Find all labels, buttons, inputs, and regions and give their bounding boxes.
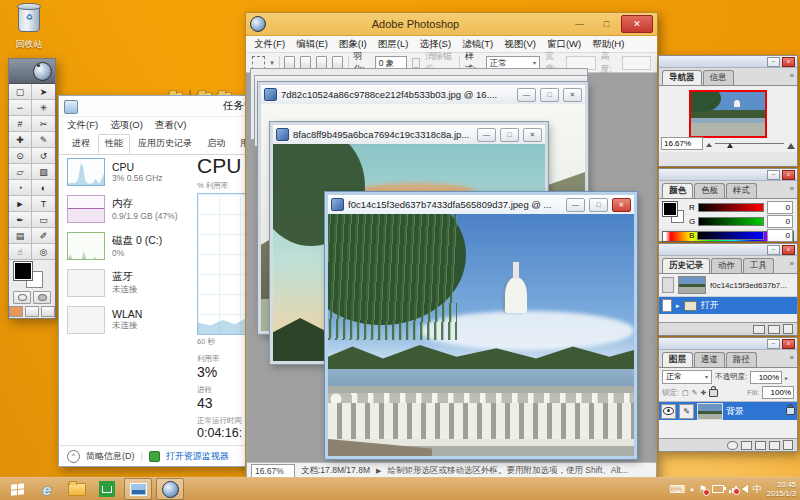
layer-row-background[interactable]: ✎ 背景 [659, 402, 797, 420]
standard-screen-button[interactable] [9, 306, 23, 317]
close-button[interactable]: ✕ [563, 88, 582, 102]
collapse-icon[interactable]: ^ [67, 450, 80, 463]
gradient-tool[interactable]: ▨ [32, 164, 55, 180]
zoom-tool[interactable]: ◎ [32, 244, 55, 260]
b-slider[interactable] [697, 231, 764, 240]
eyedropper-tool[interactable]: ✐ [32, 228, 55, 244]
tab-history[interactable]: 历史记录 [662, 258, 710, 273]
open-resource-monitor-link[interactable]: 打开资源监视器 [166, 450, 229, 463]
move-tool[interactable]: ➤ [32, 84, 55, 100]
new-document-from-state-icon[interactable] [753, 325, 765, 334]
tab-navigator[interactable]: 导航器 [662, 70, 702, 85]
layers-palette[interactable]: – x 图层 通道 路径 » 正常▾ 不透明度: 100% ▸ 锁定: ▢ ✎ … [658, 337, 798, 452]
taskbar-task-manager[interactable] [124, 478, 152, 500]
navigator-zoom-slider[interactable] [715, 143, 784, 144]
g-slider[interactable] [698, 217, 764, 226]
layer-style-icon[interactable] [727, 441, 738, 450]
tab-app-history[interactable]: 应用历史记录 [131, 134, 199, 154]
close-button[interactable]: x [782, 339, 795, 349]
menu-options[interactable]: 选项(O) [110, 119, 143, 132]
navigator-palette[interactable]: – x 导航器 信息 » 16.67% [658, 55, 798, 167]
action-center-icon[interactable]: ⚑ [699, 484, 707, 494]
document-titlebar[interactable]: 7d82c10524a86c9788ce212f4b533b03.jpg @ 1… [261, 85, 585, 104]
document-titlebar[interactable]: f0c14c15f3ed637b7433dfa565809d37.jpeg @ … [328, 195, 634, 214]
lasso-tool[interactable]: ∽ [9, 100, 32, 116]
navigator-proxy-view[interactable] [689, 90, 767, 138]
clock[interactable]: 20:45 2015/1/3 [767, 480, 796, 499]
tab-paths[interactable]: 路径 [726, 352, 757, 367]
tab-info[interactable]: 信息 [703, 70, 734, 85]
standard-mode-button[interactable] [13, 291, 31, 304]
recycle-bin[interactable]: ♻ 回收站 [6, 6, 52, 51]
start-button[interactable] [4, 479, 30, 499]
network-icon[interactable] [729, 486, 737, 493]
taskbar-file-explorer[interactable] [64, 479, 90, 499]
fullscreen-menubar-button[interactable] [25, 306, 39, 317]
type-tool[interactable]: T [32, 196, 55, 212]
tab-performance[interactable]: 性能 [98, 134, 130, 154]
healing-brush-tool[interactable]: ✚ [9, 132, 32, 148]
history-brush-well[interactable] [662, 299, 672, 312]
lock-transparency-icon[interactable]: ▢ [682, 389, 689, 397]
spinner-icon[interactable]: ▸ [785, 374, 788, 381]
sidebar-item-bluetooth[interactable]: 蓝牙 未连接 [67, 269, 197, 297]
brush-tool[interactable]: ✎ [32, 132, 55, 148]
fullscreen-button[interactable] [41, 306, 55, 317]
lock-position-icon[interactable]: ✚ [701, 389, 707, 397]
battery-icon[interactable] [712, 485, 724, 493]
color-palette[interactable]: – x 颜色 色板 样式 » R 0 G 0 B 0 [658, 168, 798, 242]
pen-tool[interactable]: ✒ [9, 212, 32, 228]
taskbar-photoshop[interactable] [156, 478, 184, 500]
document-window-3[interactable]: f0c14c15f3ed637b7433dfa565809d37.jpeg @ … [325, 192, 637, 459]
navigator-zoom-input[interactable]: 16.67% [661, 137, 703, 150]
tab-tool-presets[interactable]: 工具 [743, 258, 774, 273]
maximize-button[interactable]: □ [589, 198, 608, 212]
shape-tool[interactable]: ▭ [32, 212, 55, 228]
menu-edit[interactable]: 编辑(E) [296, 38, 328, 51]
clone-stamp-tool[interactable]: ⊙ [9, 148, 32, 164]
zoom-out-icon[interactable] [706, 140, 712, 147]
maximize-button[interactable]: □ [540, 88, 559, 102]
zoom-input[interactable]: 16.67% [251, 464, 295, 478]
path-select-tool[interactable]: ► [9, 196, 32, 212]
minimize-button[interactable]: — [566, 198, 585, 212]
new-layer-icon[interactable] [769, 441, 780, 450]
visibility-toggle[interactable] [661, 404, 676, 419]
height-input[interactable] [622, 56, 651, 70]
close-button[interactable]: ✕ [621, 15, 653, 33]
eraser-tool[interactable]: ▱ [9, 164, 32, 180]
document-titlebar[interactable]: 8fac8ff9b495a6bca7694c19c3318c8a.jp... —… [273, 125, 545, 144]
foreground-color-swatch[interactable] [663, 202, 677, 216]
history-palette[interactable]: – x 历史记录 动作 工具 » f0c14c15f3ed637b7... ▸ … [658, 243, 798, 336]
volume-icon[interactable] [742, 485, 748, 493]
history-snapshot-row[interactable]: f0c14c15f3ed637b7... [659, 274, 797, 297]
minimize-button[interactable]: — [567, 16, 592, 32]
tab-color[interactable]: 颜色 [662, 183, 693, 198]
tab-styles[interactable]: 样式 [726, 183, 757, 198]
tab-actions[interactable]: 动作 [711, 258, 742, 273]
minimize-button[interactable]: — [477, 128, 496, 142]
foreground-color-swatch[interactable] [14, 262, 32, 280]
photoshop-toolbox[interactable]: ▢ ➤ ∽ ✳ # ✂ ✚ ✎ ⊙ ↺ ▱ ▨ ◔ ◐ ► T ✒ ▭ ▤ ✐ … [8, 58, 56, 319]
menu-view[interactable]: 查看(V) [155, 119, 187, 132]
close-button[interactable]: x [782, 245, 795, 255]
new-snapshot-icon[interactable] [768, 325, 780, 334]
quick-mask-button[interactable] [33, 291, 51, 304]
minimize-button[interactable]: – [767, 245, 780, 255]
input-method-indicator[interactable]: 中 [753, 483, 762, 496]
sidebar-item-cpu[interactable]: CPU 3% 0.56 GHz [67, 158, 197, 186]
r-value-input[interactable]: 0 [767, 201, 793, 214]
notes-tool[interactable]: ▤ [9, 228, 32, 244]
taskbar-store[interactable] [94, 479, 120, 499]
zoom-in-icon[interactable] [787, 139, 795, 149]
sidebar-item-wlan[interactable]: WLAN 未连接 [67, 306, 197, 334]
menu-file[interactable]: 文件(F) [67, 119, 98, 132]
minimize-button[interactable]: – [767, 57, 780, 67]
rect-marquee-tool[interactable]: ▢ [9, 84, 32, 100]
maximize-button[interactable]: □ [500, 128, 519, 142]
fill-input[interactable]: 100% [762, 386, 794, 399]
r-slider[interactable] [698, 203, 764, 212]
tab-layers[interactable]: 图层 [662, 352, 693, 367]
close-button[interactable]: ✕ [612, 198, 631, 212]
crop-tool[interactable]: # [9, 116, 32, 132]
